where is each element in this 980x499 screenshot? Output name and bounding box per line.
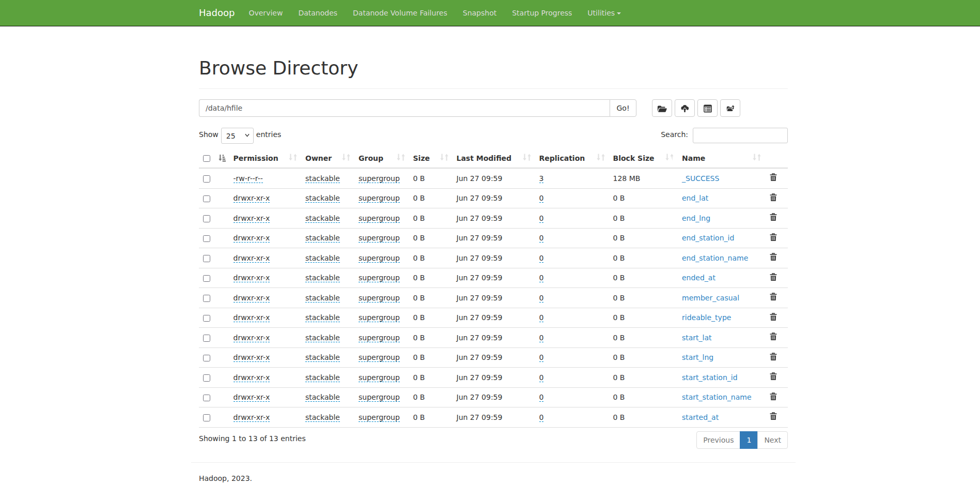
go-button[interactable]: Go!	[610, 99, 636, 117]
pagination-next[interactable]: Next	[757, 431, 788, 449]
column-header-owner[interactable]: Owner	[301, 149, 354, 168]
select-all-checkbox[interactable]	[203, 155, 210, 162]
permission-value[interactable]: drwxr-xr-x	[234, 373, 270, 382]
delete-button[interactable]	[769, 412, 777, 422]
permission-value[interactable]: drwxr-xr-x	[234, 413, 270, 422]
paste-clipboard-button[interactable]	[720, 99, 740, 117]
delete-button[interactable]	[769, 233, 777, 243]
row-checkbox[interactable]	[203, 295, 210, 302]
group-value[interactable]: supergroup	[359, 254, 400, 263]
permission-value[interactable]: drwxr-xr-x	[234, 214, 270, 223]
column-header-last-modified[interactable]: Last Modified	[453, 149, 535, 168]
permission-value[interactable]: drwxr-xr-x	[234, 393, 270, 402]
file-name-link[interactable]: end_station_name	[682, 254, 748, 262]
delete-button[interactable]	[769, 372, 777, 382]
delete-button[interactable]	[769, 173, 777, 183]
column-header-size[interactable]: Size	[409, 149, 453, 168]
group-value[interactable]: supergroup	[359, 413, 400, 422]
replication-value[interactable]: 0	[539, 294, 544, 303]
group-value[interactable]: supergroup	[359, 174, 400, 183]
file-name-link[interactable]: started_at	[682, 413, 719, 421]
cut-selected-button[interactable]	[697, 99, 718, 117]
owner-value[interactable]: stackable	[305, 274, 340, 282]
replication-value[interactable]: 0	[539, 194, 544, 203]
replication-value[interactable]: 0	[539, 313, 544, 322]
nav-item-startup-progress[interactable]: Startup Progress	[504, 0, 580, 26]
row-checkbox[interactable]	[203, 215, 210, 222]
delete-button[interactable]	[769, 193, 777, 203]
replication-value[interactable]: 0	[539, 214, 544, 223]
search-input[interactable]	[693, 128, 788, 143]
file-name-link[interactable]: start_lng	[682, 353, 713, 361]
owner-value[interactable]: stackable	[305, 353, 340, 362]
group-value[interactable]: supergroup	[359, 313, 400, 322]
permission-value[interactable]: drwxr-xr-x	[234, 254, 270, 263]
delete-button[interactable]	[769, 252, 777, 263]
column-header-replication[interactable]: Replication	[535, 149, 609, 168]
owner-value[interactable]: stackable	[305, 334, 340, 342]
column-header-name[interactable]: Name	[678, 149, 765, 168]
nav-item-datanode-volume-failures[interactable]: Datanode Volume Failures	[345, 0, 455, 26]
replication-value[interactable]: 0	[539, 234, 544, 243]
create-directory-button[interactable]	[652, 99, 672, 117]
group-value[interactable]: supergroup	[359, 373, 400, 382]
column-header-block-size[interactable]: Block Size	[609, 149, 678, 168]
file-name-link[interactable]: end_lng	[682, 214, 710, 222]
file-name-link[interactable]: end_station_id	[682, 234, 734, 242]
replication-value[interactable]: 3	[539, 174, 544, 183]
group-value[interactable]: supergroup	[359, 393, 400, 402]
permission-value[interactable]: -rw-r--r--	[234, 174, 263, 183]
group-value[interactable]: supergroup	[359, 194, 400, 203]
nav-item-datanodes[interactable]: Datanodes	[290, 0, 345, 26]
delete-button[interactable]	[769, 273, 777, 283]
replication-value[interactable]: 0	[539, 353, 544, 362]
file-name-link[interactable]: start_station_id	[682, 373, 738, 382]
nav-item-snapshot[interactable]: Snapshot	[455, 0, 504, 26]
row-checkbox[interactable]	[203, 374, 210, 382]
owner-value[interactable]: stackable	[305, 294, 340, 303]
owner-value[interactable]: stackable	[305, 393, 340, 402]
file-name-link[interactable]: rideable_type	[682, 313, 731, 322]
file-name-link[interactable]: start_lat	[682, 334, 712, 342]
file-name-link[interactable]: member_casual	[682, 294, 739, 302]
permission-value[interactable]: drwxr-xr-x	[234, 313, 270, 322]
owner-value[interactable]: stackable	[305, 413, 340, 422]
row-checkbox[interactable]	[203, 395, 210, 402]
delete-button[interactable]	[769, 213, 777, 223]
group-value[interactable]: supergroup	[359, 214, 400, 223]
page-length-select[interactable]: 25	[221, 128, 254, 144]
nav-item-overview[interactable]: Overview	[241, 0, 290, 26]
permission-value[interactable]: drwxr-xr-x	[234, 194, 270, 203]
column-header-permission[interactable]: Permission	[229, 149, 302, 168]
file-name-link[interactable]: end_lat	[682, 194, 708, 202]
pagination-page-1[interactable]: 1	[740, 431, 758, 449]
replication-value[interactable]: 0	[539, 393, 544, 402]
row-checkbox[interactable]	[203, 255, 210, 262]
file-name-link[interactable]: start_station_name	[682, 393, 752, 401]
delete-button[interactable]	[769, 332, 777, 342]
row-checkbox[interactable]	[203, 315, 210, 322]
replication-value[interactable]: 0	[539, 254, 544, 263]
replication-value[interactable]: 0	[539, 274, 544, 282]
replication-value[interactable]: 0	[539, 373, 544, 382]
owner-value[interactable]: stackable	[305, 373, 340, 382]
permission-value[interactable]: drwxr-xr-x	[234, 294, 270, 303]
group-value[interactable]: supergroup	[359, 334, 400, 342]
owner-value[interactable]: stackable	[305, 234, 340, 243]
delete-button[interactable]	[769, 292, 777, 303]
group-value[interactable]: supergroup	[359, 274, 400, 282]
permission-value[interactable]: drwxr-xr-x	[234, 353, 270, 362]
owner-value[interactable]: stackable	[305, 313, 340, 322]
row-checkbox[interactable]	[203, 175, 210, 183]
pagination-previous[interactable]: Previous	[696, 431, 740, 449]
file-name-link[interactable]: ended_at	[682, 274, 715, 282]
row-checkbox[interactable]	[203, 414, 210, 421]
file-name-link[interactable]: _SUCCESS	[682, 174, 719, 183]
replication-value[interactable]: 0	[539, 413, 544, 422]
owner-value[interactable]: stackable	[305, 194, 340, 203]
owner-value[interactable]: stackable	[305, 174, 340, 183]
permission-value[interactable]: drwxr-xr-x	[234, 334, 270, 342]
group-value[interactable]: supergroup	[359, 353, 400, 362]
navbar-brand[interactable]: Hadoop	[191, 0, 241, 26]
row-checkbox[interactable]	[203, 275, 210, 282]
